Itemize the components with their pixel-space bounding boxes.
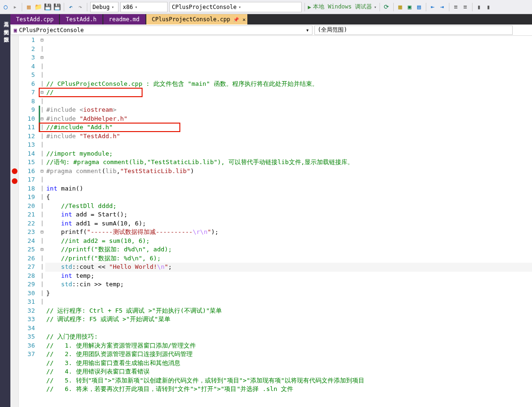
- fold-marker[interactable]: │: [39, 175, 45, 184]
- code-line[interactable]: int add1 = sumA(10, 6);: [45, 219, 532, 228]
- fold-marker[interactable]: │: [39, 141, 45, 150]
- fold-marker[interactable]: │: [39, 45, 45, 54]
- code-line[interactable]: #include <iostream>: [45, 106, 532, 115]
- fold-marker[interactable]: ⊟: [39, 167, 45, 176]
- fold-marker[interactable]: ⊟: [39, 228, 45, 237]
- code-line[interactable]: // 运行程序: Ctrl + F5 或调试 >"开始执行(不调试)"菜单: [45, 307, 532, 316]
- fold-marker[interactable]: │: [39, 62, 45, 71]
- nav-back-icon[interactable]: ◯: [2, 3, 9, 11]
- code-line[interactable]: [45, 141, 532, 150]
- code-line[interactable]: //#include "Add.h": [45, 123, 532, 132]
- fold-marker[interactable]: │: [39, 280, 45, 289]
- side-tab-docoutline[interactable]: 文档大纲: [0, 22, 10, 29]
- code-line[interactable]: int temp;: [45, 272, 532, 281]
- fold-marker[interactable]: │: [39, 158, 45, 167]
- fold-marker[interactable]: │: [39, 254, 45, 263]
- code-line[interactable]: [45, 97, 532, 106]
- uncomment-icon[interactable]: ≡: [462, 3, 469, 11]
- code-line[interactable]: //TestDll dddd;: [45, 202, 532, 211]
- side-tab-toolbox[interactable]: 工具箱: [0, 14, 10, 22]
- fold-marker[interactable]: ⊟: [39, 88, 45, 97]
- code-line[interactable]: // 入门使用技巧:: [45, 332, 532, 341]
- code-line[interactable]: // 4. 使用错误列表窗口查看错误: [45, 367, 532, 376]
- breakpoint-marker[interactable]: [12, 178, 17, 184]
- fold-marker[interactable]: ⊟: [39, 36, 45, 45]
- fold-marker[interactable]: │: [39, 80, 45, 89]
- platform-select[interactable]: x86▾: [120, 2, 168, 12]
- fold-marker[interactable]: ⊟: [39, 245, 45, 254]
- code-line[interactable]: // 调试程序: F5 或调试 >"开始调试"菜单: [45, 315, 532, 324]
- code-line[interactable]: std::cin >> temp;: [45, 280, 532, 289]
- open-icon[interactable]: 📁: [34, 3, 42, 11]
- fold-marker[interactable]: │: [39, 298, 45, 307]
- startup-select[interactable]: CPlusProjectConsole▾: [169, 2, 302, 12]
- misc-icon[interactable]: ▤: [415, 3, 423, 11]
- code-line[interactable]: //int add2 = sum(10, 6);: [45, 237, 532, 246]
- fold-marker[interactable]: │: [39, 150, 45, 158]
- bookmark-icon[interactable]: ▮: [475, 3, 483, 11]
- refresh-icon[interactable]: ⟳: [383, 3, 390, 11]
- breakpoint-marker[interactable]: [12, 168, 17, 174]
- fold-marker[interactable]: │: [39, 289, 45, 298]
- save-all-icon[interactable]: 💾: [53, 3, 61, 11]
- code-line[interactable]: // 2. 使用团队资源管理器窗口连接到源代码管理: [45, 350, 532, 359]
- fold-marker[interactable]: ⊟: [39, 53, 45, 62]
- code-line[interactable]: [45, 394, 532, 403]
- code-line[interactable]: int main(): [45, 184, 532, 193]
- tab-testadd-cpp[interactable]: TestAdd.cpp: [10, 14, 59, 25]
- run-button[interactable]: ▶本地 Windows 调试器▾: [308, 3, 377, 11]
- crumb-file-select[interactable]: ▣CPlusProjectConsole ▾: [10, 25, 312, 35]
- bookmark-next-icon[interactable]: ▮: [485, 3, 492, 11]
- code-line[interactable]: //import mymodule;: [45, 150, 532, 158]
- code-line[interactable]: std::cout << "Hello World!\n";: [45, 263, 532, 272]
- step-icon[interactable]: ▦: [397, 3, 404, 11]
- nav-fwd-icon[interactable]: ▸: [11, 3, 19, 11]
- code-line[interactable]: // 5. 转到"项目">"添加新项"以创建新的代码文件，或转到"项目">"添加…: [45, 376, 532, 385]
- frame-icon[interactable]: ▣: [406, 3, 414, 11]
- code-content[interactable]: // CPlusProjectConsole.cpp : 此文件包含 "main…: [45, 36, 532, 407]
- code-line[interactable]: #pragma comment(lib,"TestStaticLib.lib"): [45, 167, 532, 176]
- code-line[interactable]: printf("------测试数据得加减----------\r\n");: [45, 228, 532, 237]
- code-line[interactable]: //语句: #pragma comment(lib,"TestStaticLib…: [45, 158, 532, 167]
- fold-marker[interactable]: │: [39, 184, 45, 193]
- code-line[interactable]: [45, 298, 532, 307]
- fold-marker[interactable]: │: [39, 97, 45, 106]
- side-tab-datasources[interactable]: 数据源: [0, 29, 10, 37]
- fold-marker[interactable]: │: [39, 272, 45, 281]
- code-line[interactable]: // 6. 将来，若要再次打开此项目，请转到"文件">"打开">"项目"并选择 …: [45, 385, 532, 394]
- save-icon[interactable]: 💾: [44, 3, 51, 11]
- fold-marker[interactable]: │: [39, 210, 45, 219]
- tab-testadd-h[interactable]: TestAdd.h: [60, 14, 102, 25]
- code-editor[interactable]: 1234567891011121314151617181920212223242…: [10, 36, 532, 407]
- config-select[interactable]: Debug▾: [90, 2, 118, 12]
- indent-right-icon[interactable]: ⇥: [439, 3, 446, 11]
- crumb-scope-select[interactable]: (全局范围): [314, 25, 513, 35]
- code-line[interactable]: //printf("数据加: %d\n", 6);: [45, 254, 532, 263]
- code-line[interactable]: int add = Start();: [45, 210, 532, 219]
- fold-marker[interactable]: │: [39, 237, 45, 246]
- close-icon[interactable]: ✕: [243, 17, 246, 23]
- pin-icon[interactable]: 📌: [233, 17, 239, 22]
- redo-icon[interactable]: ↷: [76, 3, 84, 11]
- fold-gutter[interactable]: ⊟│⊟│││⊟││⊟│││││⊟││││││⊟│⊟││││││: [39, 36, 45, 407]
- code-line[interactable]: //: [45, 88, 532, 97]
- code-line[interactable]: // 1. 使用解决方案资源管理器窗口添加/管理文件: [45, 341, 532, 350]
- fold-marker[interactable]: │: [39, 193, 45, 202]
- code-line[interactable]: //printf("数据加: d%d\n", add);: [45, 245, 532, 254]
- indent-left-icon[interactable]: ⇤: [429, 3, 437, 11]
- code-line[interactable]: #include "TestAdd.h": [45, 132, 532, 141]
- fold-marker[interactable]: │: [39, 202, 45, 211]
- code-line[interactable]: {: [45, 193, 532, 202]
- comment-icon[interactable]: ≡: [452, 3, 460, 11]
- undo-icon[interactable]: ↶: [67, 3, 75, 11]
- fold-marker[interactable]: │: [39, 263, 45, 272]
- code-line[interactable]: // 3. 使用输出窗口查看生成输出和其他消息: [45, 359, 532, 368]
- fold-marker[interactable]: │: [39, 132, 45, 141]
- fold-marker[interactable]: │: [39, 71, 45, 80]
- code-line[interactable]: #include "AdbHelper.h": [45, 115, 532, 124]
- breakpoint-gutter[interactable]: [10, 36, 19, 407]
- code-line[interactable]: // CPlusProjectConsole.cpp : 此文件包含 "main…: [45, 80, 532, 89]
- code-line[interactable]: [45, 324, 532, 333]
- code-line[interactable]: }: [45, 289, 532, 298]
- code-line[interactable]: [45, 175, 532, 184]
